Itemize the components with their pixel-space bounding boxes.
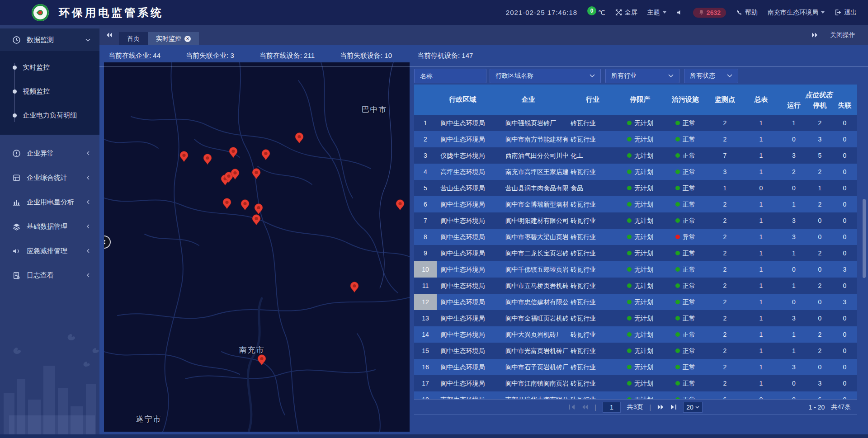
row-running: 1: [780, 196, 807, 212]
sidebar-item-power-load-detail[interactable]: 企业电力负荷明细: [0, 104, 99, 127]
row-facility: 正常: [663, 278, 708, 294]
table-row[interactable]: 2 阆中生态环境局 阆中市南方节能建材有 砖瓦行业 无计划 正常 2 1 0 3…: [414, 131, 857, 147]
page-scrollbar[interactable]: [863, 199, 866, 278]
map-pin-icon[interactable]: [241, 200, 249, 211]
sidebar-group-log-view[interactable]: 日志查看: [0, 263, 99, 287]
sidebar-group-emergency-reduction[interactable]: 应急减排管理: [0, 239, 99, 263]
prev-page-button[interactable]: [581, 404, 588, 410]
table-row[interactable]: 14 阆中生态环境局 阆中大兴页岩机砖厂 砖瓦行业 无计划 正常 2 1 1 2…: [414, 326, 857, 343]
table-row[interactable]: 10 阆中生态环境局 阆中千佛镇五郎垭页岩 砖瓦行业 无计划 正常 2 1 0 …: [414, 261, 857, 278]
row-limit: 无计划: [618, 343, 663, 359]
theme-dropdown[interactable]: 主题: [647, 9, 666, 17]
mute-button[interactable]: [676, 9, 683, 16]
table-row[interactable]: 15 阆中生态环境局 阆中市光富页岩机砖厂 砖瓦行业 无计划 正常 2 1 1 …: [414, 343, 857, 359]
table-row[interactable]: 7 阆中生态环境局 阆中明阳建材有限公司 砖瓦行业 无计划 正常 2 1 3 0…: [414, 212, 857, 229]
table-row[interactable]: 11 阆中生态环境局 阆中市五马桥页岩机砖 砖瓦行业 无计划 正常 2 1 1 …: [414, 278, 857, 294]
status-select[interactable]: 所有状态: [684, 69, 738, 83]
map-pin-icon[interactable]: [262, 150, 270, 160]
row-company: 阆中市金福旺页岩机砖: [489, 310, 568, 326]
map-pin-icon[interactable]: [396, 200, 404, 211]
row-industry: 砖瓦行业: [568, 115, 618, 131]
tab-realtime-monitor[interactable]: 实时监控 ×: [148, 32, 199, 45]
row-points: 2: [708, 278, 742, 294]
map-pin-icon[interactable]: [180, 151, 188, 162]
table-row[interactable]: 16 阆中生态环境局 阆中市石子页岩机砖厂 砖瓦行业 无计划 正常 2 1 3 …: [414, 359, 857, 375]
row-lost: 0: [832, 147, 857, 164]
speaker-muted-icon: [676, 9, 683, 16]
industry-select[interactable]: 所有行业: [605, 69, 679, 83]
first-page-button[interactable]: [569, 404, 575, 410]
app-title: 环保用电监管系统: [59, 5, 164, 20]
map-pin-icon[interactable]: [223, 198, 231, 209]
facility-status-dot: [675, 186, 680, 190]
help-button[interactable]: 帮助: [736, 9, 758, 17]
fullscreen-button[interactable]: 全屏: [615, 9, 637, 17]
map-pin-icon[interactable]: [350, 282, 359, 293]
map-pin-icon[interactable]: [229, 147, 237, 158]
table-row[interactable]: 6 阆中生态环境局 阆中市金博瑞新型墙材 砖瓦行业 无计划 正常 2 1 1 2…: [414, 196, 857, 212]
row-points: 2: [708, 131, 742, 147]
table-row[interactable]: 8 阆中生态环境局 阆中市枣碧大梁山页岩 砖瓦行业 无计划 异常 2 1 3 0…: [414, 229, 857, 245]
facility-status-dot: [675, 202, 680, 207]
table-row[interactable]: 4 高坪生态环境局 南充市高坪区王家店建 砖瓦行业 无计划 正常 3 1 2 2…: [414, 164, 857, 180]
row-index: 17: [414, 375, 437, 391]
table-row[interactable]: 12 阆中生态环境局 阆中市忠信建材有限公 砖瓦行业 无计划 正常 2 1 0 …: [414, 294, 857, 310]
sidebar-item-video-monitor[interactable]: 视频监控: [0, 80, 99, 104]
row-facility: 正常: [663, 212, 708, 229]
row-points: 2: [708, 343, 742, 359]
page-number-input[interactable]: [603, 402, 621, 413]
row-stopped: 1: [807, 180, 832, 196]
sidebar-group-enterprise-statistics[interactable]: 企业综合统计: [0, 165, 99, 190]
sidebar-item-realtime-monitor[interactable]: 实时监控: [0, 56, 99, 80]
map-pin-icon[interactable]: [252, 215, 260, 226]
tabs-scroll-right-button[interactable]: [811, 25, 818, 45]
row-industry: 砖瓦行业: [568, 391, 618, 399]
table-row[interactable]: 18 南部生态环境局 南部县瑞华土陶有限公 砖瓦行业 无计划 正常 6 0 0 …: [414, 391, 857, 399]
row-meters: 1: [742, 196, 780, 212]
region-select[interactable]: 行政区域名称: [490, 69, 601, 83]
close-icon[interactable]: ×: [184, 36, 191, 42]
logout-button[interactable]: 退出: [835, 9, 857, 17]
row-meters: 1: [742, 212, 780, 229]
page-size-select[interactable]: 20: [683, 402, 703, 413]
row-region: 阆中生态环境局: [437, 359, 489, 375]
notification-badge[interactable]: 2632: [693, 8, 726, 18]
row-points: 2: [708, 245, 742, 261]
map-pins-layer: [104, 62, 410, 432]
row-stopped: 0: [807, 294, 832, 310]
table-row[interactable]: 17 阆中生态环境局 阆中市江南镇阆南页岩 砖瓦行业 无计划 正常 2 1 0 …: [414, 375, 857, 391]
table-row[interactable]: 13 阆中生态环境局 阆中市金福旺页岩机砖 砖瓦行业 无计划 正常 2 1 3 …: [414, 310, 857, 326]
table-row[interactable]: 5 营山生态环境局 营山县润丰肉食品有限 食品 无计划 正常 1 0 0 1 0: [414, 180, 857, 196]
close-operations-button[interactable]: 关闭操作: [830, 31, 855, 39]
last-page-button[interactable]: [670, 404, 677, 410]
map-pin-icon[interactable]: [295, 133, 303, 144]
map-pin-icon[interactable]: [255, 204, 263, 215]
sidebar-group-data-monitoring[interactable]: 数据监测: [0, 28, 99, 51]
col-industry: 行业: [568, 85, 618, 115]
sidebar-group-base-data[interactable]: 基础数据管理: [0, 214, 99, 239]
limit-status-dot: [627, 267, 632, 272]
row-lost: 0: [832, 343, 857, 359]
next-page-button[interactable]: [657, 404, 664, 410]
table-row[interactable]: 9 阆中生态环境局 阆中市二龙长宝页岩砖 砖瓦行业 无计划 正常 2 1 1 2…: [414, 245, 857, 261]
limit-status-dot: [627, 121, 632, 125]
row-company: 阆中市忠信建材有限公: [489, 294, 568, 310]
map-pin-icon[interactable]: [203, 154, 212, 165]
chevron-left-icon: [86, 200, 90, 204]
tab-home[interactable]: 首页: [119, 32, 148, 45]
name-search-input[interactable]: [414, 69, 486, 83]
row-facility: 正常: [663, 310, 708, 326]
sidebar-group-enterprise-abnormal[interactable]: 企业异常: [0, 141, 99, 165]
total-pages-label: 共3页: [627, 403, 643, 411]
map-pin-icon[interactable]: [252, 169, 260, 179]
tabs-scroll-left-button[interactable]: [99, 25, 119, 45]
sidebar-group-power-analysis[interactable]: 企业用电量分析: [0, 190, 99, 214]
map-panel[interactable]: 巴中市南充市遂宁市: [104, 62, 410, 432]
row-index: 8: [414, 229, 437, 245]
org-dropdown[interactable]: 南充市生态环境局: [768, 9, 825, 17]
table-row[interactable]: 1 阆中生态环境局 阆中强锐页岩砖厂 砖瓦行业 无计划 正常 2 1 1 2 0: [414, 115, 857, 131]
row-industry: 砖瓦行业: [568, 326, 618, 343]
map-pin-icon[interactable]: [258, 355, 266, 366]
sidebar-submenu: 实时监控 视频监控 企业电力负荷明细: [0, 51, 99, 135]
table-row[interactable]: 3 仪陇生态环境局 西南油气田分公司川中 化工 无计划 正常 7 1 3 5 0: [414, 147, 857, 164]
